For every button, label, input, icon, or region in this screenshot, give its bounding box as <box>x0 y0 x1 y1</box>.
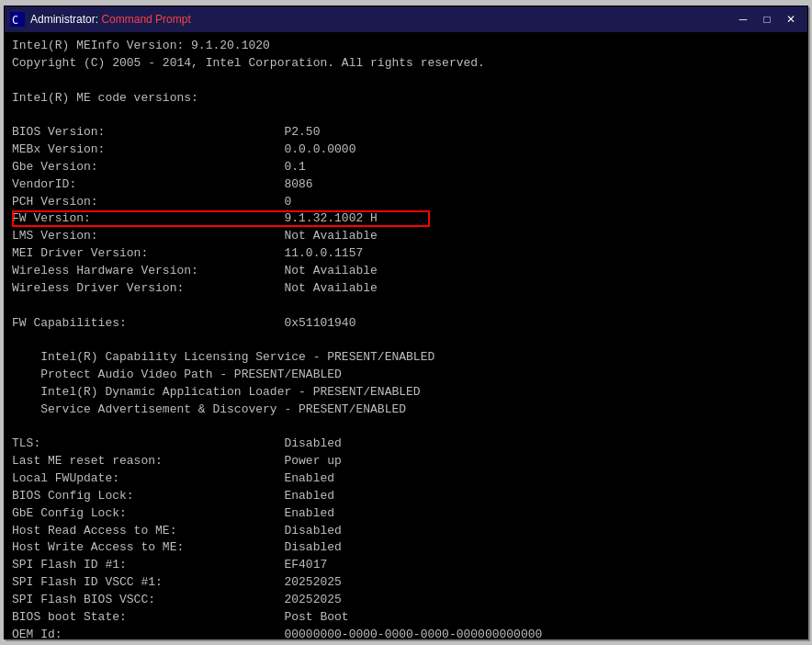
console-line: Protect Audio Video Path - PRESENT/ENABL… <box>12 367 800 384</box>
console-line: Host Write Access to ME: Disabled <box>12 539 800 557</box>
console-line <box>12 419 800 436</box>
console-line <box>12 107 800 124</box>
console-line: Gbe Version: 0.1 <box>12 159 800 176</box>
console-line: Last ME reset reason: Power up <box>12 453 800 470</box>
title-bar: C Administrator: Command Prompt ─ □ ✕ <box>5 6 807 32</box>
console-line: BIOS Version: P2.50 <box>12 124 800 141</box>
console-line: TLS: Disabled <box>12 436 800 453</box>
minimize-button[interactable]: ─ <box>732 11 754 28</box>
console-line: OEM Id: 00000000-0000-0000-0000-00000000… <box>12 627 800 639</box>
console-line: Intel(R) Dynamic Application Loader - PR… <box>12 384 800 402</box>
console-line: BIOS Config Lock: Enabled <box>12 488 800 505</box>
console-line: Intel(R) MEInfo Version: 9.1.20.1020 <box>12 38 800 55</box>
svg-text:C: C <box>12 14 18 27</box>
title-bar-controls: ─ □ ✕ <box>732 11 802 28</box>
console-line <box>12 298 800 315</box>
cmd-window: C Administrator: Command Prompt ─ □ ✕ In… <box>4 6 808 639</box>
console-line: LMS Version: Not Available <box>12 228 800 245</box>
window-title: Administrator: Command Prompt <box>30 13 191 26</box>
maximize-button[interactable]: □ <box>756 11 778 28</box>
console-line: SPI Flash BIOS VSCC: 20252025 <box>12 592 800 609</box>
cmd-icon: C <box>10 12 25 27</box>
console-line: Intel(R) Capability Licensing Service - … <box>12 349 800 367</box>
console-line: Copyright (C) 2005 - 2014, Intel Corpora… <box>12 55 800 73</box>
console-line: Intel(R) ME code versions: <box>12 90 800 108</box>
console-line: Wireless Hardware Version: Not Available <box>12 263 800 280</box>
console-line: Local FWUpdate: Enabled <box>12 470 800 488</box>
console-line: Wireless Driver Version: Not Available <box>12 280 800 298</box>
title-bar-left: C Administrator: Command Prompt <box>10 12 191 27</box>
console-line: BIOS boot State: Post Boot <box>12 609 800 627</box>
console-line: SPI Flash ID #1: EF4017 <box>12 557 800 574</box>
console-line: MEI Driver Version: 11.0.0.1157 <box>12 245 800 263</box>
console-line: Host Read Access to ME: Disabled <box>12 523 800 540</box>
console-line: VendorID: 8086 <box>12 176 800 194</box>
console-line <box>12 332 800 349</box>
console-line: MEBx Version: 0.0.0.0000 <box>12 141 800 159</box>
console-line: PCH Version: 0 <box>12 194 800 211</box>
console-line <box>12 73 800 90</box>
close-button[interactable]: ✕ <box>780 11 802 28</box>
fw-version-line: FW Version: 9.1.32.1002 H <box>12 210 800 228</box>
console-line: GbE Config Lock: Enabled <box>12 505 800 523</box>
console-output: Intel(R) MEInfo Version: 9.1.20.1020Copy… <box>5 32 807 639</box>
console-line: SPI Flash ID VSCC #1: 20252025 <box>12 574 800 592</box>
console-line: Service Advertisement & Discovery - PRES… <box>12 402 800 419</box>
console-line: FW Capabilities: 0x51101940 <box>12 315 800 333</box>
